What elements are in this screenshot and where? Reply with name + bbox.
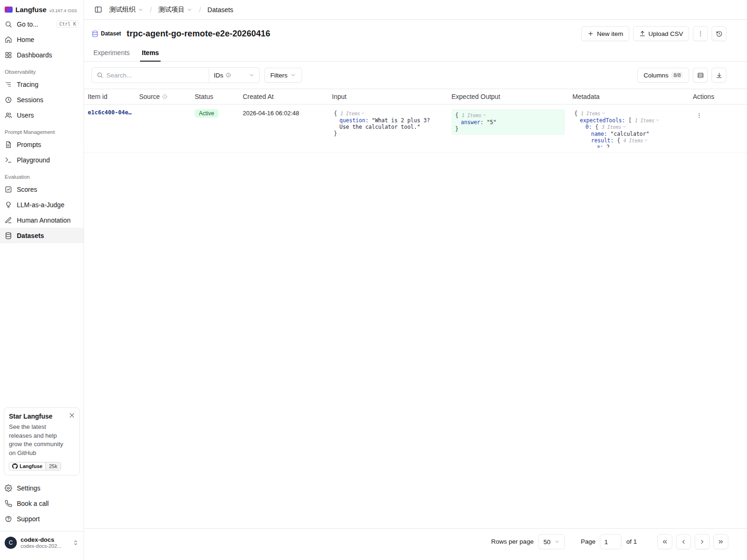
previous-page-button[interactable] — [676, 534, 691, 549]
sidebar-item-datasets[interactable]: Datasets — [0, 228, 84, 243]
info-icon — [162, 94, 168, 99]
chevron-down-icon — [290, 72, 296, 78]
user-org: codex-docs-202... — [21, 543, 69, 549]
star-langfuse-card: Star Langfuse See the latest releases an… — [4, 407, 80, 476]
source-cell — [135, 105, 191, 114]
app-version: v3.167.4 OSS — [49, 8, 77, 13]
section-prompt-management: Prompt Management — [0, 123, 84, 137]
goto-button[interactable]: Go to... Ctrl K — [0, 16, 84, 32]
user-menu[interactable]: C codex-docs codex-docs-202... — [0, 531, 84, 560]
sidebar-item-llm-as-a-judge[interactable]: LLM-as-a-Judge — [0, 197, 84, 212]
new-item-button[interactable]: New item — [581, 26, 629, 41]
more-actions-button[interactable] — [693, 26, 708, 41]
first-page-button[interactable] — [657, 534, 672, 549]
collapse-toggle-icon[interactable] — [601, 111, 606, 115]
datasets-icon — [5, 232, 12, 239]
home-icon — [5, 36, 12, 43]
created-at-value: 2026-04-16 06:02:48 — [243, 110, 299, 117]
page-input[interactable] — [600, 534, 621, 549]
page-header: Dataset trpc-agent-go-remote-e2e-2026041… — [84, 20, 747, 41]
tab-bar: Experiments Items — [84, 45, 747, 62]
sidebar-item-home[interactable]: Home — [0, 32, 84, 47]
sidebar-item-playground[interactable]: Playground — [0, 152, 84, 168]
brand-name: Langfuse — [15, 6, 47, 14]
search-field-select[interactable]: IDs — [209, 68, 259, 83]
next-page-button[interactable] — [695, 534, 710, 549]
pagination — [657, 534, 728, 549]
judge-icon — [5, 201, 12, 209]
sidebar-item-users[interactable]: Users — [0, 107, 84, 123]
breadcrumb-current[interactable]: Datasets — [207, 6, 233, 14]
expected-output-json-cell: { 1 Items answer: "5" } — [451, 109, 565, 135]
collapse-toggle-icon[interactable] — [361, 111, 365, 115]
sidebar-item-prompts[interactable]: Prompts — [0, 137, 84, 152]
playground-icon — [5, 156, 12, 164]
upload-csv-button[interactable]: Upload CSV — [633, 26, 689, 41]
chevrons-up-down-icon — [72, 539, 79, 546]
input-json-cell: { 1 Items question: "What is 2 plus 3? U… — [332, 109, 444, 138]
breadcrumb-org[interactable]: 测试组织 — [109, 6, 143, 14]
sidebar-item-support[interactable]: Support — [0, 511, 84, 526]
col-created-at: Created At — [239, 93, 328, 100]
items-table: Item id Source Status Created At Input E… — [84, 89, 747, 153]
breadcrumb-project[interactable]: 测试项目 — [158, 6, 192, 14]
filters-button[interactable]: Filters — [264, 68, 302, 83]
columns-button[interactable]: Columns 8/8 — [637, 68, 689, 83]
history-button[interactable] — [712, 26, 726, 41]
table-footer: Rows per page 50 Page of 1 — [84, 528, 747, 560]
upload-icon — [639, 30, 646, 37]
github-icon — [12, 463, 18, 469]
sidebar-item-sessions[interactable]: Sessions — [0, 92, 84, 107]
sidebar-toggle-button[interactable] — [92, 3, 105, 16]
sidebar-item-tracing[interactable]: Tracing — [0, 77, 84, 92]
row-height-button[interactable] — [693, 68, 708, 83]
chevron-right-icon — [699, 539, 705, 545]
columns-count-badge: 8/8 — [671, 72, 683, 78]
langfuse-logo-icon — [5, 7, 13, 13]
rows-per-page-select[interactable]: 50 — [538, 534, 565, 549]
rows-layout-icon — [697, 72, 704, 79]
table-toolbar: IDs Filters Columns 8/8 — [84, 62, 747, 89]
row-actions-button[interactable] — [693, 109, 705, 121]
star-card-title: Star Langfuse — [9, 413, 75, 420]
collapse-toggle-icon[interactable] — [482, 113, 486, 117]
github-star-badge[interactable]: Langfuse 25k — [9, 462, 61, 470]
history-icon — [716, 30, 723, 37]
goto-shortcut: Ctrl K — [56, 21, 79, 28]
sidebar-item-book-a-call[interactable]: Book a call — [0, 496, 84, 511]
header-actions: New item Upload CSV — [581, 26, 726, 41]
section-evaluation: Evaluation — [0, 168, 84, 182]
sidebar-item-human-annotation[interactable]: Human Annotation — [0, 212, 84, 228]
sidebar-item-scores[interactable]: Scores — [0, 182, 84, 197]
search-input[interactable] — [106, 72, 204, 79]
sidebar-item-dashboards[interactable]: Dashboards — [0, 47, 84, 63]
prompts-icon — [5, 141, 12, 148]
page-title: trpc-agent-go-remote-e2e-20260416 — [127, 29, 270, 39]
support-icon — [5, 515, 12, 523]
sidebar-item-settings[interactable]: Settings — [0, 480, 84, 496]
export-button[interactable] — [712, 68, 726, 83]
last-page-button[interactable] — [713, 534, 728, 549]
collapse-toggle-icon[interactable] — [622, 125, 627, 129]
collapse-toggle-icon[interactable] — [655, 118, 660, 122]
download-icon — [716, 72, 723, 79]
brand-row: Langfuse v3.167.4 OSS — [0, 0, 84, 16]
page-total-label: of 1 — [626, 534, 637, 549]
tab-experiments[interactable]: Experiments — [92, 45, 132, 62]
section-observability: Observability — [0, 63, 84, 77]
empty-area — [84, 153, 747, 528]
status-badge: Active — [195, 109, 218, 118]
chevron-down-icon — [554, 539, 560, 545]
table-row: e1c6c400-04e… Active 2026-04-16 06:02:48… — [84, 105, 747, 153]
search-icon — [5, 21, 12, 28]
item-id-link[interactable]: e1c6c400-04e… — [88, 109, 132, 116]
github-star-count: 25k — [45, 462, 61, 470]
col-input: Input — [328, 93, 448, 100]
chevron-left-icon — [680, 539, 687, 545]
collapse-toggle-icon[interactable] — [644, 138, 648, 142]
tab-items[interactable]: Items — [140, 45, 161, 62]
user-name: codex-docs — [21, 536, 69, 543]
book-call-icon — [5, 500, 12, 507]
toolbar-right: Columns 8/8 — [637, 68, 726, 83]
close-icon[interactable] — [69, 412, 75, 419]
